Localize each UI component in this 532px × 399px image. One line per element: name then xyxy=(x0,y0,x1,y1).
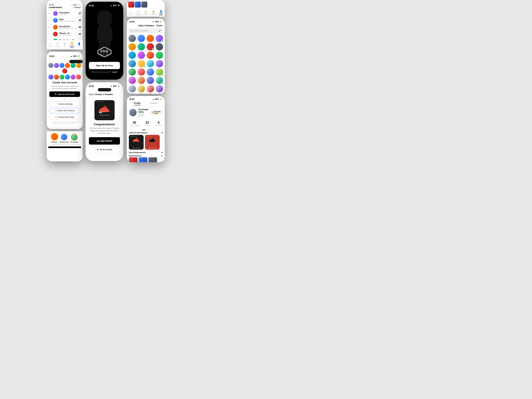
status-time-profile: 9:41 xyxy=(130,98,134,100)
athlete-item[interactable] xyxy=(155,43,163,50)
article-thumbnail[interactable] xyxy=(129,157,138,162)
nav-home-r[interactable]: ⌂Home xyxy=(127,9,134,17)
nav-leaders[interactable]: 🏆 Leaders xyxy=(68,40,76,49)
athlete-item[interactable]: ✓ xyxy=(137,60,145,67)
back-button[interactable]: ‹ Back xyxy=(88,93,94,96)
saved-articles-header: Saved Articles ∧ xyxy=(129,154,163,157)
continue-facebook-button[interactable]: f Continue with Facebook xyxy=(49,108,80,113)
athlete-item[interactable] xyxy=(137,85,145,92)
athlete-item[interactable] xyxy=(137,94,145,94)
athlete-item[interactable] xyxy=(146,51,154,59)
nav-shop[interactable]: 🛍Shop xyxy=(61,40,68,49)
nav-profile-r[interactable]: 👤 Profile xyxy=(157,9,165,17)
top1-name: Buckets xyxy=(51,141,57,143)
athlete-item[interactable] xyxy=(137,68,145,76)
profile-header: Courtside Chris Chicago, Illinois 🏅 223 … xyxy=(127,106,165,119)
article-thumbnail[interactable] xyxy=(139,157,147,162)
achievement-jordan12[interactable]: August 9, 2017 Jordan 12 Sneaker xyxy=(145,135,160,150)
athlete-item[interactable] xyxy=(155,60,163,67)
athlete-item[interactable] xyxy=(137,77,145,84)
table-row[interactable]: 6 Roseythorns Johannesburg, South Africa… xyxy=(47,24,83,31)
accept-award-button[interactable]: Accept Award xyxy=(89,137,120,144)
tab-profile[interactable]: Profile xyxy=(134,102,141,105)
continue-google-button[interactable]: G Continue with Google xyxy=(49,115,80,120)
svg-text:12: 12 xyxy=(99,29,114,44)
athlete-item[interactable] xyxy=(146,60,154,67)
athlete-item[interactable] xyxy=(137,43,145,50)
profile-level: 223 Gold Level xyxy=(154,111,161,114)
athlete-item[interactable]: ✓ xyxy=(155,94,163,94)
table-header: # User Level xyxy=(47,7,83,10)
nav-articles-r[interactable]: 📄Articles xyxy=(134,9,142,17)
athlete-item[interactable] xyxy=(128,77,136,84)
table-row[interactable]: 5 TB12 Boston, Massachusetts 86 xyxy=(47,17,83,24)
share-award-button[interactable]: ⬆ Share Award xyxy=(89,146,120,153)
nav-home[interactable]: ⌂Home xyxy=(47,40,54,49)
nav-articles[interactable]: 📄Articles xyxy=(54,40,61,49)
past-achievements-header: Past Achievements ∨ xyxy=(129,150,163,154)
selected-check: ✓ xyxy=(143,65,145,67)
continue-apple-button[interactable]: Continue with Apple xyxy=(49,101,80,107)
athlete-item[interactable] xyxy=(128,60,136,67)
tab-settings[interactable]: Settings xyxy=(150,102,158,105)
table-row[interactable]: 7 TWoods_15 Augusta, Georgia 83 xyxy=(47,31,83,37)
svg-rect-12 xyxy=(100,112,101,113)
svg-rect-13 xyxy=(101,112,102,113)
badge-date: August 16, 2017 xyxy=(96,101,103,102)
nav-profile[interactable]: 👤Profile xyxy=(76,40,83,49)
sign-up-free-button[interactable]: Sign Up for Free xyxy=(89,62,120,69)
svg-text:FRS: FRS xyxy=(101,50,108,53)
microphone-icon[interactable]: 🎤 xyxy=(159,30,161,32)
badge-name-label: Jordan 1 Sneaker xyxy=(100,115,109,116)
phone-leaderboard-right-top: ⌂Home 📄Articles 🛍Shop 🏆Leaders 👤 Profile xyxy=(127,0,165,17)
article-thumbnail[interactable] xyxy=(148,157,157,162)
search-athletes-bar[interactable]: 🔍 Search for athletes 🎤 xyxy=(128,29,163,33)
athlete-item[interactable] xyxy=(146,94,154,94)
top1-location: Chicago, Illinois xyxy=(50,143,59,145)
athlete-item[interactable]: ✓ xyxy=(155,68,163,76)
nav-shop-r[interactable]: 🛍Shop xyxy=(142,9,150,17)
athlete-item[interactable] xyxy=(146,77,154,84)
create-account-subtitle: Create an account in order to follow you… xyxy=(49,85,80,89)
athlete-item[interactable] xyxy=(146,85,154,92)
svg-point-0 xyxy=(97,11,112,28)
athlete-item[interactable] xyxy=(155,85,163,92)
selected-check: ✓ xyxy=(152,48,154,50)
athlete-item[interactable] xyxy=(128,94,136,94)
avatar xyxy=(53,11,58,16)
athlete-item[interactable]: ✓ xyxy=(155,35,163,42)
svg-rect-11 xyxy=(99,112,100,113)
top2-location: Miami, Florida xyxy=(60,143,68,145)
share-icon: ⬆ xyxy=(97,148,99,151)
table-row[interactable]: 4 TeamJames Akron, Ohio 87 xyxy=(47,10,83,17)
athlete-item[interactable] xyxy=(137,51,145,59)
phone-leaderboard-bottom: Buckets Chicago, Illinois Gridiron Gus M… xyxy=(47,131,83,161)
athlete-item[interactable] xyxy=(128,85,136,92)
athlete-item[interactable] xyxy=(128,68,136,76)
nav-leaders-r[interactable]: 🏆Leaders xyxy=(150,9,157,17)
athlete-avatar xyxy=(48,75,53,80)
achievement-jordan1[interactable]: August 16, 2017 Jordan 1 Sneaker xyxy=(129,135,144,150)
athlete-item[interactable] xyxy=(146,68,154,76)
athlete-item[interactable] xyxy=(128,43,136,50)
athlete-avatar xyxy=(59,63,64,68)
athlete-item[interactable] xyxy=(137,35,145,42)
congrats-description: You have earned the Jordan 1 Sneaker Bad… xyxy=(89,127,120,135)
search-icon: 🔍 xyxy=(131,30,133,32)
phone-badge: 9:41 ▲WiFi🔋 ‹ Back Jordan 1 Sneaker Augu… xyxy=(86,82,123,161)
athlete-item[interactable] xyxy=(146,35,154,42)
sign-up-email-button[interactable]: ✉ Sign Up with Email xyxy=(49,91,80,97)
scroll-indicator xyxy=(127,128,165,131)
athlete-item[interactable] xyxy=(155,51,163,59)
status-time-splash: 9:41 xyxy=(89,4,94,7)
finish-button[interactable]: Finish xyxy=(157,25,162,27)
google-icon: G xyxy=(55,116,57,118)
profile-stats: 35 Foam Fingers 23 Tickets 8 Sneakers xyxy=(127,119,165,128)
athlete-item[interactable] xyxy=(128,51,136,59)
avatar xyxy=(53,32,58,36)
email-icon: ✉ xyxy=(55,93,56,95)
login-link[interactable]: Log In xyxy=(112,71,117,73)
athlete-item[interactable]: ✓ xyxy=(146,43,154,50)
athlete-item[interactable]: ✓ xyxy=(155,77,163,84)
athlete-item[interactable] xyxy=(128,35,136,42)
